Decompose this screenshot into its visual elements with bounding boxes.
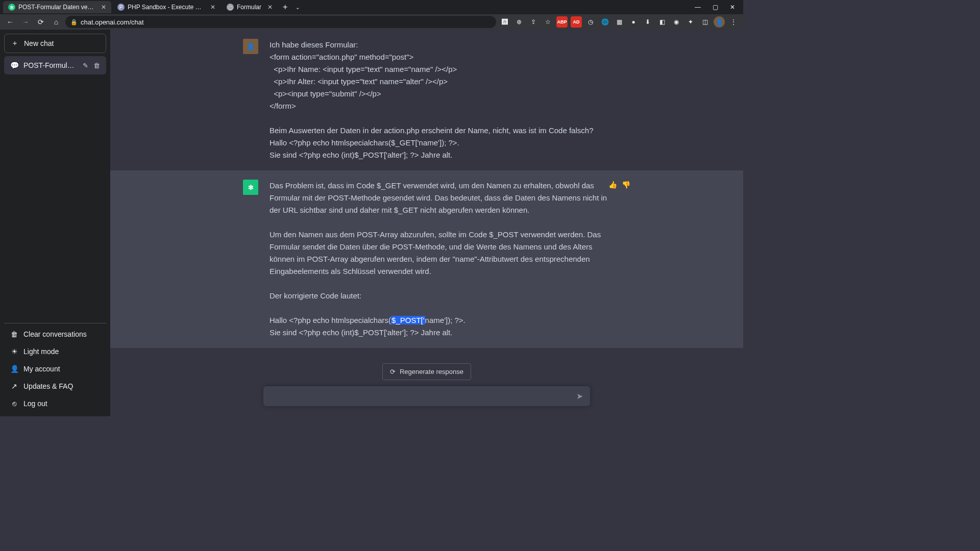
window-minimize[interactable]: —	[690, 1, 705, 13]
close-tab-icon[interactable]: ✕	[267, 4, 273, 11]
window-close[interactable]: ✕	[725, 1, 740, 13]
close-tab-icon[interactable]: ✕	[101, 4, 106, 11]
chrome-menu-icon[interactable]: ⋮	[728, 16, 739, 28]
extension-icon[interactable]: ◧	[656, 16, 668, 28]
user-icon: 👤	[10, 365, 18, 373]
assistant-paragraph: Um den Namen aus dem POST-Array abzurufe…	[270, 230, 603, 276]
extension-icon[interactable]: ◉	[671, 16, 682, 28]
sidebar-item-label: Light mode	[23, 347, 59, 356]
highlighted-text: $_POST['	[391, 316, 425, 324]
tab-title: Formular	[237, 4, 261, 11]
sidebar-item-updates[interactable]: ↗ Updates & FAQ	[4, 378, 106, 395]
assistant-paragraph: Das Problem ist, dass im Code $_GET verw…	[270, 181, 609, 214]
profile-avatar[interactable]: 👤	[714, 16, 725, 28]
extensions-menu-icon[interactable]: ✦	[685, 16, 696, 28]
thumbs-up-icon[interactable]: 👍	[607, 180, 618, 190]
url-box[interactable]: 🔒 chat.openai.com/chat	[65, 16, 496, 28]
sidebar-item-label: Updates & FAQ	[23, 382, 73, 390]
edit-icon[interactable]: ✎	[83, 62, 88, 69]
conversation[interactable]: 👤 Ich habe dieses Formular: <form action…	[110, 30, 743, 416]
new-tab-button[interactable]: +	[279, 3, 291, 12]
tab-title: PHP Sandbox - Execute PHP cod	[128, 4, 204, 11]
extension-icon[interactable]: ●	[628, 16, 639, 28]
forward-button[interactable]: →	[19, 16, 32, 28]
regenerate-button[interactable]: ⟳ Regenerate response	[382, 363, 471, 380]
new-chat-label: New chat	[24, 39, 54, 47]
url-text: chat.openai.com/chat	[81, 18, 144, 26]
translate-icon[interactable]: 🅰	[499, 16, 510, 28]
send-icon[interactable]: ➤	[576, 391, 583, 401]
extension-abp[interactable]: ABP	[556, 16, 568, 28]
extension-adblock[interactable]: AD	[571, 16, 582, 28]
favicon-generic: ◌	[227, 4, 234, 11]
sidebar-item-label: Log out	[23, 399, 47, 408]
lock-icon: 🔒	[70, 19, 78, 26]
sidebar-item-light-mode[interactable]: ☀ Light mode	[4, 343, 106, 360]
sidebar-item-clear[interactable]: 🗑 Clear conversations	[4, 325, 106, 343]
sidepanel-icon[interactable]: ◫	[699, 16, 710, 28]
compose-box[interactable]: ➤	[263, 386, 590, 406]
extension-icon[interactable]: ▦	[614, 16, 625, 28]
extension-icon[interactable]: ⬇	[642, 16, 653, 28]
trash-icon: 🗑	[10, 330, 18, 338]
sidebar: ＋ New chat 💬 POST-Formular Daten v ✎ 🗑 🗑…	[0, 30, 110, 416]
new-chat-button[interactable]: ＋ New chat	[4, 34, 106, 53]
external-link-icon: ↗	[10, 382, 18, 390]
sun-icon: ☀	[10, 347, 18, 356]
tab-chatgpt[interactable]: ✻ POST-Formular Daten verarbeite ✕	[3, 1, 111, 13]
bookmark-icon[interactable]: ☆	[542, 16, 553, 28]
regenerate-label: Regenerate response	[400, 368, 463, 375]
user-avatar: 👤	[243, 39, 258, 54]
assistant-message-text: Das Problem ist, dass im Code $_GET verw…	[270, 180, 610, 339]
window-maximize[interactable]: ▢	[707, 1, 723, 13]
plus-icon: ＋	[11, 39, 19, 47]
sidebar-item-logout[interactable]: ⎋ Log out	[4, 395, 106, 412]
main-content: 👤 Ich habe dieses Formular: <form action…	[110, 30, 743, 416]
user-message: 👤 Ich habe dieses Formular: <form action…	[110, 30, 743, 170]
sidebar-item-label: Clear conversations	[23, 330, 87, 338]
tab-php-sandbox[interactable]: P PHP Sandbox - Execute PHP cod ✕	[112, 1, 220, 13]
address-bar: ← → ⟳ ⌂ 🔒 chat.openai.com/chat 🅰 ⊕ ⇪ ☆ A…	[0, 14, 743, 30]
reload-button[interactable]: ⟳	[35, 16, 47, 28]
assistant-message: ✻ Das Problem ist, dass im Code $_GET ve…	[110, 170, 743, 348]
sidebar-item-label: My account	[23, 365, 60, 373]
extension-icon[interactable]: ◷	[585, 16, 596, 28]
close-tab-icon[interactable]: ✕	[210, 4, 215, 11]
sidebar-item-conversation[interactable]: 💬 POST-Formular Daten v ✎ 🗑	[4, 56, 106, 74]
assistant-avatar: ✻	[243, 180, 258, 195]
chat-icon: 💬	[10, 61, 18, 69]
home-button[interactable]: ⌂	[50, 16, 62, 28]
zoom-icon[interactable]: ⊕	[513, 16, 525, 28]
user-message-text: Ich habe dieses Formular: <form action="…	[270, 39, 610, 161]
tab-formular[interactable]: ◌ Formular ✕	[222, 1, 278, 13]
trash-icon[interactable]: 🗑	[93, 62, 100, 69]
assistant-paragraph: Der korrigierte Code lautet:	[270, 291, 361, 300]
input-area: ⟳ Regenerate response ➤	[110, 363, 743, 406]
refresh-icon: ⟳	[390, 368, 396, 375]
share-icon[interactable]: ⇪	[528, 16, 539, 28]
sidebar-item-account[interactable]: 👤 My account	[4, 360, 106, 378]
message-input[interactable]	[271, 392, 576, 400]
favicon-openai: ✻	[8, 4, 15, 11]
tab-search-icon[interactable]: ⌄	[291, 5, 304, 10]
thumbs-down-icon[interactable]: 👎	[621, 180, 631, 190]
logout-icon: ⎋	[10, 399, 18, 408]
extension-icon[interactable]: 🌐	[599, 16, 610, 28]
back-button[interactable]: ←	[4, 16, 16, 28]
assistant-code: Hallo <?php echo htmlspecialchars(	[270, 316, 391, 324]
tab-strip: ✻ POST-Formular Daten verarbeite ✕ P PHP…	[0, 0, 743, 14]
sidebar-item-label: POST-Formular Daten v	[23, 61, 78, 69]
favicon-php: P	[117, 4, 125, 11]
tab-title: POST-Formular Daten verarbeite	[18, 4, 95, 11]
message-actions: 👍 👎	[607, 180, 631, 190]
